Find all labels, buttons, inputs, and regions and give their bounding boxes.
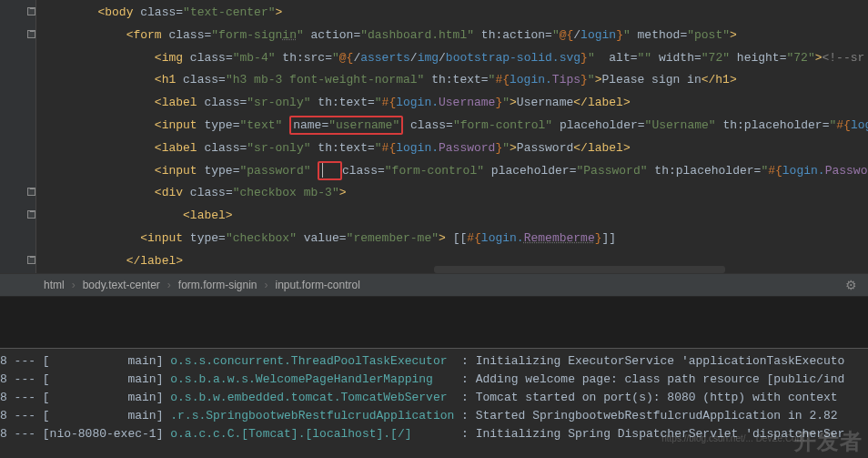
fold-toggle-icon[interactable] (27, 30, 35, 38)
watermark-url: https://blog.csdn.net/... DevZe.Com (661, 433, 804, 443)
console-output[interactable]: 8 --- [ main] o.s.s.concurrent.ThreadPoo… (0, 348, 868, 447)
code-line[interactable]: <h1 class="h3 mb-3 font-weight-normal" t… (41, 69, 868, 92)
code-line[interactable]: <img class="mb-4" th:src="@{/asserts/img… (41, 47, 868, 70)
log-line: 8 --- [ main] o.s.b.a.w.s.WelcomePageHan… (0, 371, 868, 389)
code-area[interactable]: <body class="text-center"> <form class="… (41, 0, 868, 273)
code-line[interactable]: <input type="text" name="username" class… (41, 115, 868, 137)
code-line[interactable]: <input type="password" class="form-contr… (41, 160, 868, 183)
fold-toggle-icon[interactable] (27, 256, 35, 264)
chevron-right-icon: › (72, 279, 76, 291)
fold-toggle-icon[interactable] (27, 7, 35, 15)
chevron-right-icon: › (167, 279, 171, 291)
crumb[interactable]: input.form-control (276, 279, 360, 291)
settings-button[interactable]: ⚙ (845, 278, 857, 292)
code-editor[interactable]: <body class="text-center"> <form class="… (0, 0, 868, 273)
log-line: 8 --- [ main] o.s.b.w.embedded.tomcat.To… (0, 389, 868, 407)
crumb[interactable]: body.text-center (83, 279, 160, 291)
code-line[interactable]: <div class="checkbox mb-3"> (41, 182, 868, 205)
log-line: 8 --- [ main] o.s.s.concurrent.ThreadPoo… (0, 352, 868, 371)
fold-toggle-icon[interactable] (27, 210, 35, 219)
code-line[interactable]: <body class="text-center"> (41, 2, 868, 25)
text-cursor (322, 163, 323, 178)
scrollbar-horizontal[interactable] (434, 266, 725, 273)
fold-toggle-icon[interactable] (27, 188, 35, 196)
crumb[interactable]: form.form-signin (178, 279, 257, 291)
gear-icon: ⚙ (845, 278, 857, 292)
panel-divider[interactable] (0, 297, 868, 348)
breadcrumb-bar: html › body.text-center › form.form-sign… (0, 273, 868, 297)
code-line[interactable]: <label class="sr-only" th:text="#{login.… (41, 92, 868, 115)
code-line[interactable]: <label> (41, 205, 868, 228)
chevron-right-icon: › (265, 279, 268, 291)
gutter (0, 0, 36, 273)
code-line[interactable]: <form class="form-signin" action="dashbo… (41, 25, 868, 47)
log-line: 8 --- [ main] .r.s.SpringbootwebRestfulc… (0, 407, 868, 425)
crumb[interactable]: html (44, 279, 65, 291)
code-line[interactable]: <label class="sr-only" th:text="#{login.… (41, 137, 868, 160)
code-line[interactable]: <input type="checkbox" value="remember-m… (41, 228, 868, 250)
